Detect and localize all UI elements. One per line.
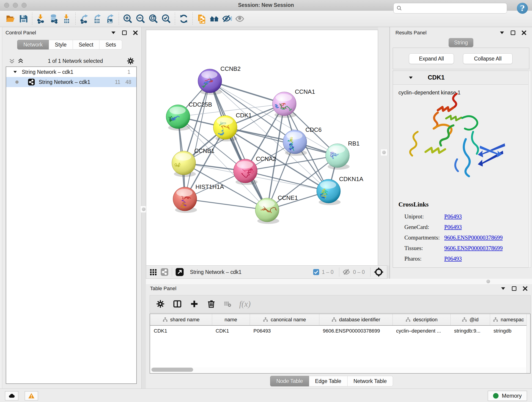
column-header-name[interactable]: name <box>212 314 250 325</box>
table-row[interactable]: CDK1CDK1P064939606.ENSP00000378699cyclin… <box>150 325 527 336</box>
network-edge[interactable] <box>210 81 267 210</box>
table-cell[interactable]: P06493 <box>250 325 319 336</box>
horizontal-splitter[interactable] <box>146 279 532 284</box>
add-column-icon[interactable] <box>190 299 199 308</box>
crosslink-value-link[interactable]: 9606.ENSP00000378699 <box>444 235 503 241</box>
table-cell[interactable]: stringdb <box>490 325 527 336</box>
tab-style[interactable]: Style <box>49 40 73 50</box>
results-scrollbar[interactable] <box>528 70 531 268</box>
table-horizontal-scrollbar[interactable] <box>151 367 526 372</box>
column-header-description[interactable]: description <box>393 314 450 325</box>
tab-node-table[interactable]: Node Table <box>270 376 309 386</box>
zoom-out-button[interactable] <box>134 12 147 25</box>
column-header-id[interactable]: @id <box>450 314 490 325</box>
network-collection-row[interactable]: String Network – cdk1 1 <box>6 67 136 77</box>
panel-float-icon[interactable] <box>510 30 516 36</box>
table-cell[interactable]: stringdb:9... <box>450 325 490 336</box>
search-input[interactable] <box>405 5 504 11</box>
panel-close-icon[interactable] <box>521 30 527 36</box>
show-columns-icon[interactable] <box>173 299 182 308</box>
network-node-cdc25b[interactable]: CDC25B <box>166 101 212 131</box>
tab-network-table[interactable]: Network Table <box>348 376 393 386</box>
cloud-status-button[interactable] <box>5 391 18 400</box>
function-builder-icon[interactable]: f(x) <box>239 299 251 309</box>
open-session-button[interactable] <box>4 12 17 25</box>
warning-status-button[interactable] <box>25 391 38 400</box>
panel-float-icon[interactable] <box>511 286 517 292</box>
network-canvas[interactable]: CCNB2CCNA1CDC25BCDK1CDC6RB1CCNB1CCNA2CDK… <box>146 30 378 265</box>
column-header-namespac[interactable]: namespac <box>490 314 527 325</box>
expand-all-button[interactable]: Expand All <box>409 53 454 64</box>
tab-network[interactable]: Network <box>17 40 49 50</box>
entry-expander-icon[interactable] <box>408 75 413 80</box>
table-settings-gear-icon[interactable] <box>156 299 165 308</box>
search-field[interactable] <box>393 3 507 13</box>
table-cell[interactable]: CDK1 <box>150 325 212 336</box>
hide-selected-button[interactable] <box>221 12 234 25</box>
scrollbar-thumb[interactable] <box>152 368 193 372</box>
import-network-from-database-button[interactable] <box>47 12 60 25</box>
delete-table-icon[interactable] <box>224 300 231 308</box>
network-graph[interactable]: CCNB2CCNA1CDC25BCDK1CDC6RB1CCNB1CCNA2CDK… <box>146 30 378 265</box>
refresh-network-view-button[interactable] <box>177 12 190 25</box>
entry-header[interactable]: CDK1 <box>393 71 529 85</box>
panel-close-icon[interactable] <box>522 286 528 292</box>
network-edge[interactable] <box>185 81 210 199</box>
delete-column-icon[interactable] <box>207 299 216 308</box>
export-table-button[interactable] <box>91 12 104 25</box>
network-results-splitter[interactable] <box>378 27 389 265</box>
network-node-ccnb1[interactable]: CCNB1 <box>172 147 215 177</box>
zoom-selected-region-button[interactable] <box>160 12 172 25</box>
tree-expander-icon[interactable] <box>13 70 18 75</box>
selected-checkbox-icon[interactable] <box>313 269 320 275</box>
node-table[interactable]: shared namenamecanonical namedatabase id… <box>150 313 531 374</box>
import-network-from-file-button[interactable] <box>35 12 47 25</box>
birds-eye-view-icon[interactable] <box>374 267 384 277</box>
export-image-button[interactable] <box>104 12 116 25</box>
panel-float-icon[interactable] <box>121 30 127 36</box>
save-session-button[interactable] <box>17 12 30 25</box>
network-node-hist1h1a[interactable]: HIST1H1A <box>173 183 224 213</box>
network-node-cdc6[interactable]: CDC6 <box>283 126 322 156</box>
tab-edge-table[interactable]: Edge Table <box>309 376 348 386</box>
table-cell[interactable]: 9606.ENSP00000378699 <box>319 325 393 336</box>
grid-view-icon[interactable] <box>149 268 157 276</box>
network-row[interactable]: String Network – cdk1 11 48 <box>6 77 136 87</box>
clone-network-button[interactable] <box>195 12 208 25</box>
right-splitter-handle[interactable] <box>380 149 387 156</box>
splitter-handle-dot[interactable] <box>486 280 490 283</box>
crosslink-value-link[interactable]: P06493 <box>444 213 462 220</box>
crosslink-value-link[interactable]: P06493 <box>444 224 462 230</box>
panel-collapse-icon[interactable] <box>499 30 505 36</box>
network-edge[interactable] <box>185 199 267 210</box>
table-cell[interactable]: cyclin–dependent ... <box>393 325 450 336</box>
expand-all-icon[interactable] <box>17 57 24 64</box>
zoom-fit-content-button[interactable] <box>147 12 160 25</box>
panel-collapse-icon[interactable] <box>110 30 116 36</box>
panel-close-icon[interactable] <box>133 30 138 36</box>
crosslink-value-link[interactable]: 9606.ENSP00000378699 <box>444 245 503 251</box>
gear-icon[interactable] <box>127 57 134 65</box>
column-header-canonicalname[interactable]: canonical name <box>250 314 319 325</box>
column-header-sharedname[interactable]: shared name <box>150 314 212 325</box>
network-node-ccnb2[interactable]: CCNB2 <box>198 65 241 95</box>
crosslink-value-link[interactable]: P06493 <box>444 255 462 262</box>
collapse-all-button[interactable]: Collapse All <box>463 53 513 64</box>
collapse-all-icon[interactable] <box>8 57 15 64</box>
tab-string[interactable]: String <box>449 38 473 47</box>
column-header-databaseidentifier[interactable]: database identifier <box>319 314 393 325</box>
show-all-button[interactable] <box>234 12 246 25</box>
hidden-eye-slash-icon[interactable] <box>342 268 351 276</box>
table-vertical-scrollbar[interactable] <box>526 314 530 373</box>
network-node-cdkn1a[interactable]: CDKN1A <box>317 176 363 205</box>
open-in-new-window-icon[interactable] <box>175 268 184 276</box>
network-share-view-icon[interactable] <box>160 268 169 276</box>
import-table-from-file-button[interactable] <box>60 12 73 25</box>
memory-button[interactable]: Memory <box>488 391 527 401</box>
table-cell[interactable]: CDK1 <box>212 325 250 336</box>
first-neighbors-button[interactable] <box>208 12 221 25</box>
panel-collapse-icon[interactable] <box>500 286 506 292</box>
tab-sets[interactable]: Sets <box>99 40 122 50</box>
network-node-rb1[interactable]: RB1 <box>326 140 360 170</box>
zoom-in-button[interactable] <box>121 12 134 25</box>
